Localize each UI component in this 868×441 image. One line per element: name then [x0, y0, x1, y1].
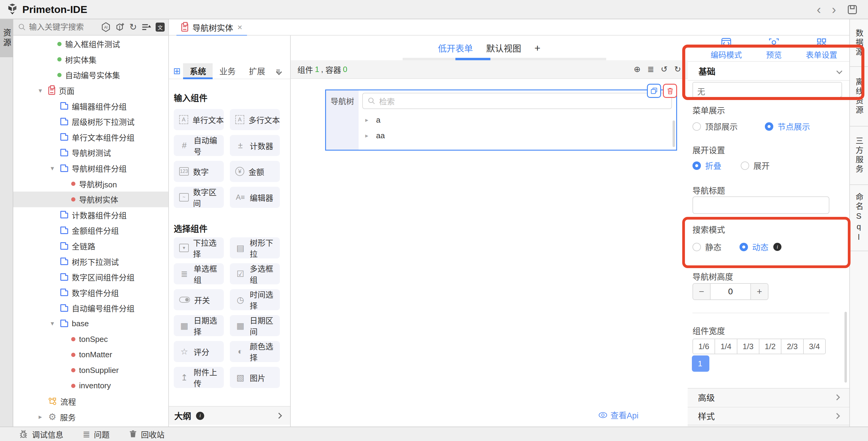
tree-item[interactable]: 层级树形下拉测试	[13, 114, 168, 130]
tree-item[interactable]: 自动编号实体集	[13, 67, 168, 83]
component-counter[interactable]: ±计数器	[230, 135, 280, 156]
problems-button[interactable]: ≣ 问题	[83, 429, 110, 440]
sort-list-icon[interactable]	[142, 22, 151, 32]
nav-back-button[interactable]: ‹	[817, 3, 821, 16]
refresh-icon[interactable]: ↻	[129, 23, 137, 32]
form-settings-button[interactable]: 表单设置	[802, 38, 841, 61]
info-icon[interactable]: i	[773, 243, 781, 251]
palette-tab-extend[interactable]: 扩展	[242, 63, 272, 79]
tree-item-selected[interactable]: 导航树实体	[13, 192, 168, 207]
view-tab-lowcode-form[interactable]: 低开表单	[438, 41, 473, 54]
width-option-1-4[interactable]: 1/4	[715, 339, 737, 354]
stepper-plus-button[interactable]: +	[751, 284, 768, 299]
layout-grid-icon[interactable]: ⊞	[173, 66, 181, 76]
component-time-picker[interactable]: ◷时间选择	[230, 289, 280, 310]
tree-item[interactable]: tonSpec	[13, 331, 168, 347]
outline-bar[interactable]: 大纲 i	[169, 406, 290, 425]
save-button[interactable]	[847, 4, 858, 15]
doc-tab-active[interactable]: 导航树实体 ×	[177, 19, 247, 36]
width-option-1-3[interactable]: 1/3	[737, 339, 760, 354]
delete-component-button[interactable]	[663, 84, 677, 98]
tree-item[interactable]: 数字组件分组	[13, 285, 168, 301]
new-model-icon[interactable]	[115, 22, 125, 32]
width-option-1-6[interactable]: 1/6	[692, 339, 715, 354]
tree-item[interactable]: 树形下拉测试	[13, 253, 168, 269]
width-option-2-3[interactable]: 2/3	[781, 339, 803, 354]
tree-item[interactable]: tonMatter	[13, 347, 168, 363]
component-file-upload[interactable]: ↥附件上传	[174, 367, 224, 388]
stepper-minus-button[interactable]: −	[693, 284, 710, 299]
preview-button[interactable]: 预览	[754, 38, 793, 61]
copy-component-button[interactable]	[647, 84, 661, 98]
chevron-right-icon[interactable]	[276, 413, 282, 419]
component-checkbox-group[interactable]: ☑多选框组	[230, 263, 280, 284]
view-api-link[interactable]: 查看Api	[598, 409, 639, 421]
node-caret-icon[interactable]: ▸	[365, 116, 368, 124]
component-number[interactable]: 123数字	[174, 161, 224, 182]
explorer-search-input[interactable]	[29, 23, 101, 32]
nav-tree-node[interactable]: ▸ aa	[362, 128, 672, 143]
debug-info-button[interactable]: 调试信息	[19, 429, 63, 440]
component-number-range[interactable]: ~数字区间	[174, 187, 224, 208]
tree-item[interactable]: 自动编号组件分组	[13, 300, 168, 316]
nav-tree-search-box[interactable]: 检索	[362, 93, 672, 109]
component-switch[interactable]: 开关	[174, 289, 224, 310]
style-section[interactable]: 样式	[688, 407, 849, 425]
component-single-text[interactable]: A单行文本	[174, 109, 224, 130]
component-image[interactable]: ▧图片	[230, 367, 280, 388]
tree-item-flows[interactable]: 流程	[13, 394, 168, 409]
tree-item[interactable]: 计数器组件分组	[13, 207, 168, 223]
width-option-1-2[interactable]: 1/2	[760, 339, 781, 354]
tree-item[interactable]: inventory	[13, 378, 168, 394]
field-list-icon[interactable]: ≣	[647, 64, 654, 74]
scrollbar-thumb[interactable]	[673, 121, 675, 147]
component-multi-text[interactable]: A多行文本	[230, 109, 280, 130]
component-color-picker[interactable]: ◐颜色选择	[230, 341, 280, 362]
tree-item[interactable]: ▾导航树组件分组	[13, 161, 168, 176]
rail-tab-offline-resources[interactable]: 离线资源	[850, 67, 868, 127]
scrollbar-thumb[interactable]	[844, 312, 847, 382]
globe-icon[interactable]: ⊕	[634, 64, 641, 74]
basic-value-textarea[interactable]	[692, 82, 842, 99]
tree-item[interactable]: 导航树json	[13, 176, 168, 192]
nav-forward-button[interactable]: ›	[832, 3, 836, 16]
component-date-range[interactable]: ▦日期区间	[230, 315, 280, 336]
palette-tab-business[interactable]: 业务	[213, 63, 242, 79]
tree-item[interactable]: 导航树测试	[13, 145, 168, 161]
undo-icon[interactable]: ↺	[661, 64, 668, 74]
redo-icon[interactable]: ↻	[674, 64, 681, 74]
basic-section-header[interactable]: 基础	[688, 62, 849, 81]
radio-expand[interactable]	[741, 162, 749, 170]
tree-item[interactable]: 全链路	[13, 238, 168, 254]
close-tab-icon[interactable]: ×	[237, 23, 242, 32]
component-date-picker[interactable]: ▦日期选择	[174, 315, 224, 336]
code-mode-button[interactable]: 编码模式	[707, 38, 746, 61]
rail-tab-third-party-services[interactable]: 三方服务	[850, 127, 868, 185]
tree-item[interactable]: 金额组件分组	[13, 223, 168, 238]
advanced-section[interactable]: 高级	[688, 388, 849, 406]
translate-icon[interactable]: 文	[156, 23, 165, 32]
view-tab-default[interactable]: 默认视图	[486, 41, 521, 54]
add-view-button[interactable]: +	[534, 42, 540, 54]
tree-item-services[interactable]: ▸⚙服务	[13, 409, 168, 425]
radio-dynamic[interactable]	[740, 243, 748, 251]
stepper-value[interactable]: 0	[710, 284, 751, 299]
component-rating[interactable]: ☆评分	[174, 341, 224, 362]
component-dropdown[interactable]: ▾下拉选择	[174, 237, 224, 259]
tree-item-pages[interactable]: ▾页面	[13, 83, 168, 99]
ai-assistant-icon[interactable]: AI	[101, 22, 111, 32]
rail-tab-datasource[interactable]: 数据源	[850, 19, 868, 67]
selected-nav-tree-component[interactable]: 导航树 检索 ▸ a ▸ aa	[325, 90, 677, 150]
component-radio-group[interactable]: ≣单选框组	[174, 263, 224, 284]
radio-static[interactable]	[692, 243, 701, 251]
tree-item[interactable]: 数字区间组件分组	[13, 269, 168, 285]
node-caret-icon[interactable]: ▸	[365, 132, 368, 139]
rail-tab-named-sql[interactable]: 命名Sql	[850, 185, 868, 251]
rail-tab-resources[interactable]: 资源	[0, 19, 13, 57]
component-tree-dropdown[interactable]: ▤树形下拉	[230, 237, 280, 259]
recycle-bin-button[interactable]: 回收站	[129, 429, 164, 440]
tree-item[interactable]: 单行文本组件分组	[13, 130, 168, 145]
radio-collapse[interactable]	[692, 162, 701, 170]
palette-tab-system[interactable]: 系统	[183, 63, 213, 79]
nav-tree-node[interactable]: ▸ a	[362, 112, 672, 128]
